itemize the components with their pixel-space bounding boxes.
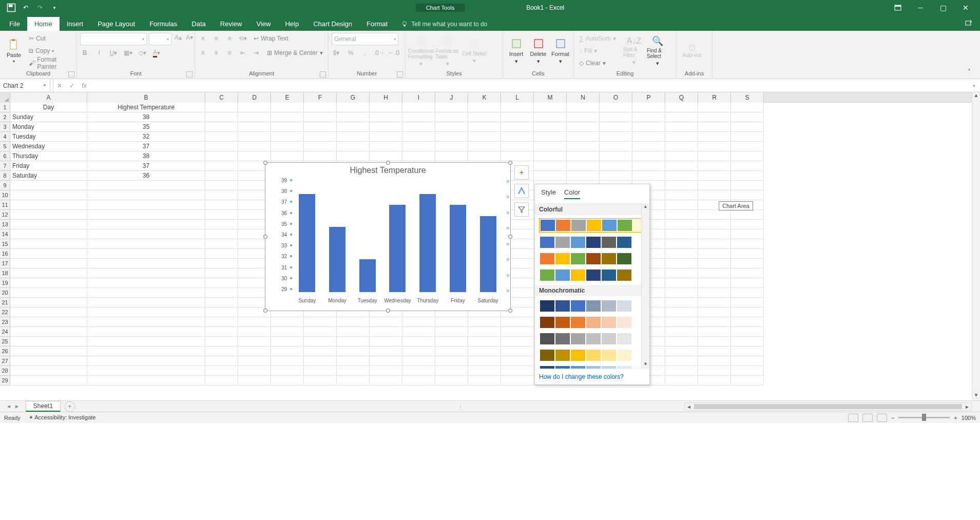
increase-font-icon[interactable]: A▴ xyxy=(174,33,183,42)
bar[interactable] xyxy=(450,205,466,292)
cell[interactable] xyxy=(665,200,698,210)
tab-review[interactable]: Review xyxy=(213,17,249,31)
row-header[interactable]: 3 xyxy=(0,122,10,132)
cell[interactable] xyxy=(370,142,402,151)
cell[interactable] xyxy=(337,346,370,356)
tab-insert[interactable]: Insert xyxy=(60,17,91,31)
cell[interactable] xyxy=(304,103,337,112)
bold-icon[interactable]: B xyxy=(80,48,89,57)
cell[interactable] xyxy=(402,317,435,327)
cell[interactable] xyxy=(665,151,698,161)
cell[interactable] xyxy=(337,132,370,142)
select-all-corner[interactable] xyxy=(0,92,10,103)
cell[interactable] xyxy=(698,112,731,122)
page-break-view-icon[interactable] xyxy=(877,414,887,422)
cell[interactable] xyxy=(87,249,205,259)
cell[interactable] xyxy=(87,181,205,190)
cell[interactable] xyxy=(698,229,731,239)
cell[interactable] xyxy=(731,132,764,142)
cell[interactable] xyxy=(731,376,764,386)
cell[interactable] xyxy=(435,122,468,132)
cell[interactable] xyxy=(238,132,271,142)
cell[interactable] xyxy=(468,327,501,337)
cut-button[interactable]: ✂Cut xyxy=(27,33,73,44)
tab-chart-design[interactable]: Chart Design xyxy=(306,17,359,31)
cell[interactable] xyxy=(370,132,402,142)
cell[interactable] xyxy=(435,356,468,366)
cell[interactable] xyxy=(370,346,402,356)
align-top-icon[interactable]: ≡ xyxy=(198,34,207,43)
cell[interactable] xyxy=(271,366,304,376)
worksheet-grid[interactable]: ABCDEFGHIJKLMNOPQRS 1DayHighest Temperat… xyxy=(0,92,980,400)
cell[interactable] xyxy=(304,366,337,376)
row-header[interactable]: 7 xyxy=(0,161,10,171)
cell[interactable] xyxy=(501,376,534,386)
sheet-tab-sheet1[interactable]: Sheet1 xyxy=(26,401,61,412)
cell[interactable] xyxy=(731,307,764,317)
expand-formula-bar-icon[interactable]: ▾ xyxy=(968,79,980,92)
cell[interactable] xyxy=(665,259,698,268)
cell[interactable]: 37 xyxy=(87,142,205,151)
cell[interactable] xyxy=(337,142,370,151)
color-scheme-option[interactable] xyxy=(539,252,645,265)
cell[interactable] xyxy=(600,142,632,151)
row-header[interactable]: 10 xyxy=(0,190,10,200)
qat-dropdown-icon[interactable]: ▼ xyxy=(49,3,60,13)
cell[interactable] xyxy=(501,317,534,327)
sort-filter-button[interactable]: A↓ZSort & Filter▾ xyxy=(623,33,645,69)
row-header[interactable]: 25 xyxy=(0,337,10,346)
cell[interactable] xyxy=(632,103,665,112)
cell[interactable]: Thursday xyxy=(10,151,87,161)
cell[interactable] xyxy=(665,161,698,171)
cell[interactable] xyxy=(10,190,87,200)
column-header[interactable]: P xyxy=(632,92,665,103)
decrease-font-icon[interactable]: A▾ xyxy=(185,33,194,42)
cell[interactable] xyxy=(731,190,764,200)
color-scheme-option[interactable] xyxy=(539,268,645,282)
cell[interactable] xyxy=(665,337,698,346)
insert-cells-button[interactable]: Insert▾ xyxy=(506,33,526,69)
cell[interactable] xyxy=(468,132,501,142)
cell[interactable] xyxy=(731,122,764,132)
cell[interactable] xyxy=(731,220,764,229)
align-left-icon[interactable]: ≡ xyxy=(198,48,207,57)
column-header[interactable]: B xyxy=(87,92,205,103)
cell[interactable] xyxy=(600,161,632,171)
cell[interactable] xyxy=(205,307,238,317)
cell[interactable] xyxy=(567,151,600,161)
font-family-combo[interactable]: ▾ xyxy=(80,33,147,45)
cell[interactable] xyxy=(698,288,731,298)
tab-formulas[interactable]: Formulas xyxy=(142,17,184,31)
cell[interactable] xyxy=(698,171,731,181)
zoom-level[interactable]: 100% xyxy=(962,415,976,421)
cell[interactable] xyxy=(10,376,87,386)
normal-view-icon[interactable] xyxy=(848,414,858,422)
cell[interactable] xyxy=(665,112,698,122)
row-header[interactable]: 6 xyxy=(0,151,10,161)
row-header[interactable]: 1 xyxy=(0,103,10,112)
orientation-icon[interactable]: ⟲▾ xyxy=(238,34,247,43)
cell[interactable] xyxy=(534,171,567,181)
merge-center-button[interactable]: ⊞Merge & Center ▾ xyxy=(265,47,325,59)
cell[interactable] xyxy=(205,327,238,337)
cell[interactable] xyxy=(10,249,87,259)
cell[interactable] xyxy=(205,259,238,268)
cell[interactable] xyxy=(567,103,600,112)
cell[interactable] xyxy=(698,103,731,112)
cell[interactable] xyxy=(10,288,87,298)
row-header[interactable]: 11 xyxy=(0,200,10,210)
cell[interactable] xyxy=(501,142,534,151)
cell[interactable] xyxy=(337,112,370,122)
cell[interactable]: Day xyxy=(10,103,87,112)
color-scheme-option[interactable] xyxy=(539,332,645,345)
row-header[interactable]: 4 xyxy=(0,132,10,142)
cell[interactable] xyxy=(698,298,731,307)
color-scheme-option[interactable] xyxy=(539,299,645,313)
cell[interactable] xyxy=(665,122,698,132)
cell[interactable]: 37 xyxy=(87,161,205,171)
cell[interactable] xyxy=(87,356,205,366)
cell[interactable] xyxy=(10,278,87,288)
cell[interactable] xyxy=(698,190,731,200)
tab-split-handle[interactable]: ⋮ xyxy=(458,405,463,410)
font-launcher[interactable] xyxy=(186,71,193,78)
